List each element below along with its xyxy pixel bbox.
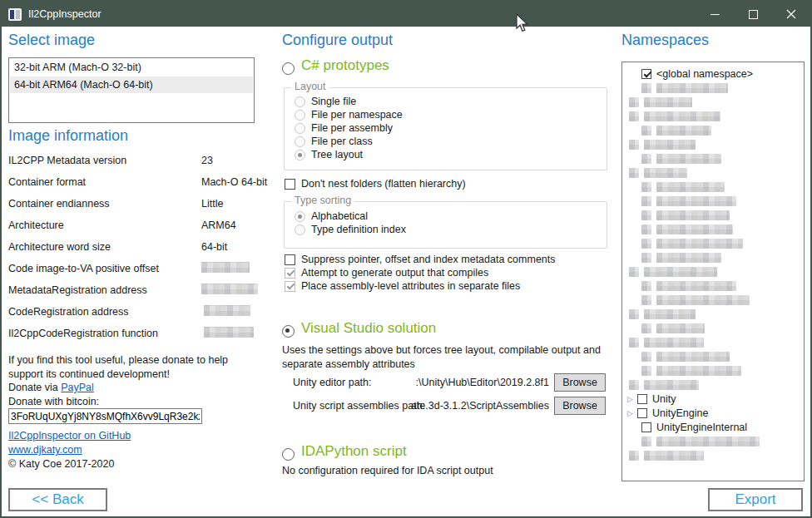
idapython-description: No configuration required for IDA script…: [282, 465, 493, 476]
radio-icon: [295, 123, 305, 134]
titlebar[interactable]: Il2CppInspector: [2, 2, 810, 27]
visual-studio-radio[interactable]: Visual Studio solution: [282, 322, 436, 338]
namespace-item-redacted: [622, 138, 804, 151]
list-item[interactable]: 32-bit ARM (Mach-O 32-bit): [10, 59, 253, 76]
layout-groupbox: Layout Single file File per namespace Fi…: [284, 87, 607, 170]
redacted-value: [204, 305, 250, 316]
radio-tree-layout[interactable]: Tree layout: [295, 149, 607, 161]
radio-icon: [295, 224, 305, 235]
info-value: 23: [201, 155, 213, 166]
radio-icon: [282, 62, 295, 75]
radio-icon: [282, 448, 295, 461]
info-label: CodeRegistration address: [8, 306, 129, 318]
info-label: MetadataRegistration address: [8, 284, 147, 296]
namespace-item-redacted: [622, 279, 804, 293]
idapython-radio[interactable]: IDAPython script: [282, 445, 407, 461]
close-icon: [786, 9, 796, 19]
info-label: Architecture: [8, 220, 64, 231]
paypal-link[interactable]: PayPal: [61, 382, 94, 393]
checkbox-icon: [285, 254, 295, 265]
minimize-button[interactable]: [696, 2, 734, 27]
info-label: Container format: [8, 176, 86, 188]
namespace-item-redacted: [622, 237, 804, 250]
mouse-cursor: [515, 13, 532, 33]
checkbox-icon: [637, 394, 647, 404]
compiles-checkbox[interactable]: Attempt to generate output that compiles: [285, 267, 488, 279]
suppress-checkbox[interactable]: Suppress pointer, offset and index metad…: [285, 254, 556, 266]
unity-editor-path-value: :\Unity\Hub\Editor\2019.2.8f1: [351, 377, 549, 388]
donate-message: If you find this tool useful, please don…: [8, 353, 263, 382]
browse-assemblies-button[interactable]: Browse: [554, 397, 606, 415]
app-window: Il2CppInspector Select image 32-bit ARM …: [0, 0, 812, 518]
radio-alphabetical[interactable]: Alphabetical: [295, 210, 607, 223]
radio-file-per-assembly[interactable]: File per assembly: [295, 122, 607, 135]
back-button[interactable]: << Back: [8, 488, 107, 511]
info-label: Container endianness: [8, 198, 110, 210]
namespaces-listbox: <global namespace> ▷: [621, 62, 805, 481]
website-link[interactable]: www.djkaty.com: [8, 444, 82, 456]
namespace-item-redacted: [622, 180, 804, 194]
visual-studio-description: Uses the settings above but forces tree …: [282, 343, 608, 372]
radio-icon: [295, 150, 305, 160]
radio-icon: [282, 325, 295, 338]
csharp-prototypes-radio[interactable]: C# prototypes: [282, 59, 389, 75]
checkbox-icon: [285, 179, 295, 190]
radio-icon: [295, 211, 305, 222]
radio-icon: [295, 96, 305, 107]
github-link[interactable]: Il2CppInspector on GitHub: [8, 430, 131, 442]
configure-output-header: Configure output: [282, 32, 393, 49]
namespace-item-unityengine[interactable]: ▷ UnityEngine: [622, 407, 804, 420]
namespace-item-redacted: [622, 152, 804, 165]
namespace-item-redacted: [622, 110, 804, 123]
namespace-item-redacted: [622, 308, 804, 321]
layout-group-title: Layout: [291, 81, 329, 92]
app-icon: [8, 8, 22, 21]
attributes-checkbox[interactable]: Place assembly-level attributes in separ…: [285, 280, 520, 293]
radio-file-per-namespace[interactable]: File per namespace: [295, 109, 607, 121]
visual-studio-label: Visual Studio solution: [301, 320, 436, 336]
flatten-checkbox[interactable]: Don't nest folders (flatten hierarchy): [285, 178, 466, 190]
namespace-item-redacted: [622, 251, 804, 264]
checkbox-icon: [285, 268, 295, 279]
namespace-item-redacted: [622, 209, 804, 222]
idapython-label: IDAPython script: [301, 443, 407, 459]
checkbox-icon: [641, 69, 651, 79]
namespace-item-redacted: [622, 322, 804, 335]
list-item-selected[interactable]: 64-bit ARM64 (Mach-O 64-bit): [10, 76, 253, 93]
info-label: Code image-to-VA positive offset: [8, 263, 159, 274]
namespace-item-redacted: [622, 435, 804, 448]
browse-editor-button[interactable]: Browse: [554, 373, 606, 392]
bitcoin-label: Donate with bitcoin:: [8, 396, 99, 407]
namespace-item-unity[interactable]: ▷ Unity: [622, 392, 804, 406]
radio-icon: [295, 110, 305, 121]
namespace-item-redacted: [622, 124, 804, 137]
image-information-header: Image information: [8, 127, 128, 145]
bitcoin-address-input[interactable]: [8, 408, 202, 424]
export-button[interactable]: Export: [708, 488, 803, 511]
info-label: Architecture word size: [8, 241, 111, 253]
maximize-button[interactable]: [734, 2, 772, 27]
expander-icon[interactable]: ▷: [627, 408, 636, 418]
select-image-header: Select image: [8, 32, 95, 49]
checkbox-icon: [285, 281, 295, 292]
unity-assemblies-path-value: ate.3d-3.1.2\ScriptAssemblies: [351, 400, 549, 412]
info-label: Il2CppCodeRegistration function: [8, 328, 158, 339]
namespaces-header: Namespaces: [621, 32, 709, 49]
copyright-text: © Katy Coe 2017-2020: [8, 458, 114, 470]
csharp-prototypes-label: C# prototypes: [301, 57, 389, 73]
namespace-item-global[interactable]: <global namespace>: [622, 67, 804, 81]
namespace-item-unityengineinternal[interactable]: UnityEngineInternal: [622, 421, 804, 434]
radio-single-file[interactable]: Single file: [295, 96, 607, 108]
close-button[interactable]: [772, 2, 810, 27]
maximize-icon: [749, 10, 758, 19]
minimize-icon: [710, 14, 720, 15]
expander-icon[interactable]: ▷: [627, 394, 636, 404]
namespace-item-redacted: [622, 336, 804, 349]
radio-file-per-class[interactable]: File per class: [295, 136, 607, 148]
image-listbox: 32-bit ARM (Mach-O 32-bit) 64-bit ARM64 …: [8, 57, 255, 123]
checkbox-icon: [641, 422, 651, 432]
radio-type-definition-index[interactable]: Type definition index: [295, 224, 607, 236]
info-value: Mach-O 64-bit: [201, 176, 267, 188]
namespace-item-redacted: [622, 96, 804, 109]
namespace-item-redacted: [622, 81, 804, 95]
